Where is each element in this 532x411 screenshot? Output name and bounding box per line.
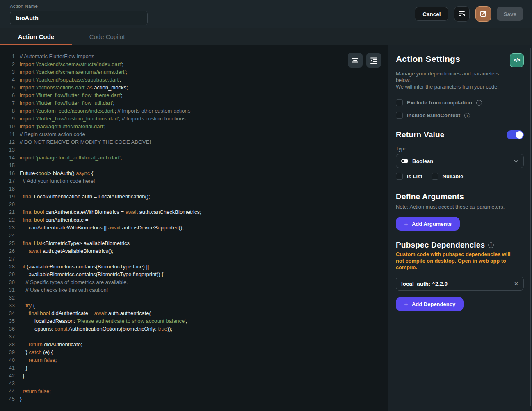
code-line[interactable]: 34 final bool didAuthenticate = await au… bbox=[0, 309, 388, 317]
line-number: 23 bbox=[0, 225, 15, 231]
action-settings-title: Action Settings bbox=[396, 54, 460, 64]
code-line[interactable]: 23 canAuthenticateWithBiometrics || awai… bbox=[0, 224, 388, 232]
code-line[interactable]: 45} bbox=[0, 395, 388, 403]
exclude-compilation-checkbox[interactable] bbox=[396, 99, 403, 106]
code-line[interactable]: 11// Begin custom action code bbox=[0, 130, 388, 138]
code-line[interactable]: 9import '/flutter_flow/custom_functions.… bbox=[0, 115, 388, 123]
code-text: // Use checks like this with caution! bbox=[20, 287, 108, 293]
code-line[interactable]: 32 bbox=[0, 294, 388, 302]
align-code-button[interactable] bbox=[348, 53, 363, 68]
code-line[interactable]: 19 final LocalAuthentication auth = Loca… bbox=[0, 193, 388, 200]
code-line[interactable]: 28 if (availableBiometrics.contains(Biom… bbox=[0, 263, 388, 270]
code-line[interactable]: 2import '/backend/schema/structs/index.d… bbox=[0, 60, 388, 68]
code-line[interactable]: 40 return false; bbox=[0, 356, 388, 364]
code-line[interactable]: 30 // Specific types of biometrics are a… bbox=[0, 278, 388, 286]
code-line[interactable]: 41 } bbox=[0, 364, 388, 372]
code-line[interactable]: 35 localizedReason: 'Please authenticate… bbox=[0, 317, 388, 325]
line-number: 10 bbox=[0, 124, 15, 129]
code-line[interactable]: 18 bbox=[0, 185, 388, 193]
code-text: import 'package:local_auth/local_auth.da… bbox=[20, 154, 122, 161]
format-code-button[interactable] bbox=[454, 6, 470, 22]
line-number: 12 bbox=[0, 139, 15, 145]
boolean-type-icon bbox=[401, 159, 408, 163]
return-value-toggle[interactable] bbox=[507, 130, 524, 139]
code-line[interactable]: 27 bbox=[0, 255, 388, 263]
code-line[interactable]: 38 return didAuthenticate; bbox=[0, 341, 388, 348]
code-text: import '/backend/schema/enums/enums.dart… bbox=[20, 69, 127, 75]
main-area: 1// Automatic FlutterFlow imports2import… bbox=[0, 45, 532, 411]
remove-dependency-button[interactable]: ✕ bbox=[514, 281, 518, 287]
is-list-checkbox[interactable] bbox=[396, 173, 403, 180]
code-editor[interactable]: 1// Automatic FlutterFlow imports2import… bbox=[0, 45, 388, 411]
tab-action-code[interactable]: Action Code bbox=[0, 28, 72, 45]
line-number: 32 bbox=[0, 295, 15, 301]
code-line[interactable]: 36 options: const AuthenticationOptions(… bbox=[0, 325, 388, 333]
code-line[interactable]: 39 } catch (e) { bbox=[0, 348, 388, 356]
code-line[interactable]: 22 final bool canAuthenticate = bbox=[0, 216, 388, 224]
code-line[interactable]: 31 // Use checks like this with caution! bbox=[0, 286, 388, 294]
code-text: import '/backend/supabase/supabase.dart'… bbox=[20, 77, 121, 83]
line-number: 28 bbox=[0, 264, 15, 270]
line-number: 36 bbox=[0, 326, 15, 332]
view-code-button[interactable]: </> bbox=[510, 53, 524, 67]
code-line[interactable]: 4import '/backend/supabase/supabase.dart… bbox=[0, 76, 388, 84]
code-line[interactable]: 17 // Add your function code here! bbox=[0, 177, 388, 185]
toggle-knob bbox=[516, 131, 523, 139]
line-number: 33 bbox=[0, 303, 15, 309]
code-line[interactable]: 15 bbox=[0, 161, 388, 169]
line-number: 11 bbox=[0, 132, 15, 137]
include-info-icon[interactable]: i bbox=[464, 113, 470, 118]
code-text: return false; bbox=[20, 357, 57, 363]
code-line[interactable]: 24 bbox=[0, 232, 388, 239]
code-line[interactable]: 13 bbox=[0, 146, 388, 154]
exclude-info-icon[interactable]: i bbox=[476, 100, 482, 106]
dependency-text: local_auth: ^2.2.0 bbox=[401, 281, 514, 287]
line-number: 39 bbox=[0, 350, 15, 355]
code-text: final bool canAuthenticate = bbox=[20, 217, 88, 223]
open-in-web-button[interactable] bbox=[475, 6, 491, 22]
plus-icon: + bbox=[404, 301, 408, 308]
type-dropdown[interactable]: Boolean bbox=[396, 154, 524, 168]
code-line[interactable]: 6import '/flutter_flow/flutter_flow_them… bbox=[0, 91, 388, 99]
plus-icon: + bbox=[404, 220, 408, 227]
chevron-down-icon bbox=[514, 159, 518, 163]
code-line[interactable]: 42 } bbox=[0, 372, 388, 379]
code-line[interactable]: 14import 'package:local_auth/local_auth.… bbox=[0, 154, 388, 161]
code-line[interactable]: 26 await auth.getAvailableBiometrics(); bbox=[0, 247, 388, 255]
code-line[interactable]: 43 bbox=[0, 379, 388, 387]
code-line[interactable]: 16Future<bool> bioAuth() async { bbox=[0, 169, 388, 177]
indent-code-button[interactable] bbox=[366, 53, 381, 68]
code-text: final LocalAuthentication auth = LocalAu… bbox=[20, 193, 150, 200]
include-buildcontext-checkbox[interactable] bbox=[396, 112, 403, 119]
code-text: import 'package:flutter/material.dart'; bbox=[20, 123, 105, 129]
code-line[interactable]: 1// Automatic FlutterFlow imports bbox=[0, 52, 388, 60]
cancel-button[interactable]: Cancel bbox=[415, 7, 448, 21]
code-line[interactable]: 5import '/actions/actions.dart' as actio… bbox=[0, 84, 388, 91]
code-line[interactable]: 7import '/flutter_flow/flutter_flow_util… bbox=[0, 99, 388, 107]
code-line[interactable]: 8import '/custom_code/actions/index.dart… bbox=[0, 107, 388, 115]
define-arguments-note: Note: Action must accept these as parame… bbox=[396, 204, 519, 210]
tab-code-copilot[interactable]: Code Copilot bbox=[72, 28, 142, 45]
return-value-row: Return Value bbox=[396, 130, 524, 139]
nullable-checkbox[interactable] bbox=[432, 173, 438, 180]
panel-scrollbar[interactable] bbox=[530, 48, 531, 406]
code-line[interactable]: 29 availableBiometrics.contains(Biometri… bbox=[0, 270, 388, 278]
add-arguments-button[interactable]: + Add Arguments bbox=[396, 217, 460, 231]
code-line[interactable]: 44 return false; bbox=[0, 387, 388, 395]
code-line[interactable]: 12// DO NOT REMOVE OR MODIFY THE CODE AB… bbox=[0, 138, 388, 146]
pubspec-info-icon[interactable]: i bbox=[488, 242, 494, 248]
code-line[interactable]: 25 final List<BiometricType> availableBi… bbox=[0, 239, 388, 247]
code-line[interactable]: 3import '/backend/schema/enums/enums.dar… bbox=[0, 68, 388, 76]
add-dependency-button[interactable]: + Add Dependency bbox=[396, 297, 464, 311]
code-line[interactable]: 21 final bool canAuthenticateWithBiometr… bbox=[0, 208, 388, 216]
code-line[interactable]: 37 bbox=[0, 333, 388, 341]
code-text: try { bbox=[20, 302, 35, 309]
code-line[interactable]: 20 bbox=[0, 200, 388, 208]
line-number: 5 bbox=[0, 85, 15, 91]
code-text: import '/flutter_flow/flutter_flow_theme… bbox=[20, 92, 123, 98]
action-name-input[interactable] bbox=[10, 11, 148, 25]
save-button[interactable]: Save bbox=[497, 7, 523, 21]
code-line[interactable]: 33 try { bbox=[0, 302, 388, 309]
dependency-item[interactable]: local_auth: ^2.2.0 ✕ bbox=[396, 277, 524, 291]
code-line[interactable]: 10import 'package:flutter/material.dart'… bbox=[0, 123, 388, 130]
